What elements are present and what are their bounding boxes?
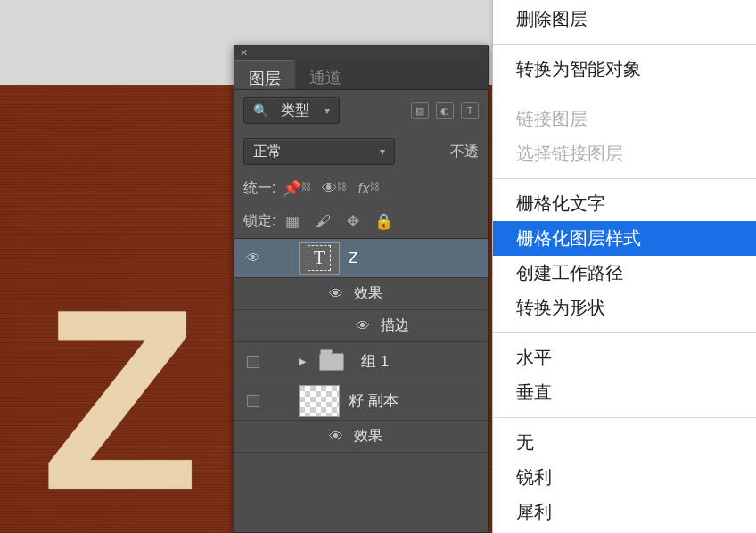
lock-paint-icon[interactable]: 🖌 — [313, 213, 333, 231]
layer-row-effects[interactable]: 👁 效果 — [234, 278, 488, 310]
menu-item[interactable]: 浑厚 — [493, 529, 756, 533]
layer-name: 效果 — [354, 427, 382, 446]
filter-type-icon[interactable]: T — [461, 102, 479, 119]
blend-mode-select[interactable]: 正常 ▾ — [243, 138, 395, 165]
menu-item[interactable]: 锐利 — [493, 460, 756, 495]
layers-panel: ✕ 图层 通道 🔍 类型 ▾ ▧ ◐ T 正常 ▾ 不透 统一: 📌⛓ 👁⛓ f… — [234, 45, 489, 533]
layer-thumb-text[interactable]: T — [299, 242, 340, 275]
unify-position-icon[interactable]: 📌⛓ — [283, 179, 311, 198]
menu-item[interactable]: 垂直 — [493, 375, 756, 410]
lock-label: 锁定: — [243, 212, 275, 231]
filter-adjust-icon[interactable]: ◐ — [436, 102, 454, 119]
menu-separator — [493, 94, 756, 94]
menu-item[interactable]: 转换为智能对象 — [493, 52, 756, 86]
menu-separator — [493, 332, 756, 333]
layer-name: 效果 — [354, 284, 382, 303]
folder-icon — [319, 353, 344, 371]
menu-item[interactable]: 栅格化文字 — [493, 186, 756, 221]
layer-row-raster[interactable]: 籽 副本 — [234, 381, 488, 421]
visibility-eye-icon[interactable]: 👁 — [329, 286, 343, 302]
layer-row-text[interactable]: 👁 T Z — [234, 239, 488, 278]
menu-item[interactable]: 转换为形状 — [493, 291, 756, 325]
panel-topbar: ✕ — [234, 45, 488, 60]
menu-item[interactable]: 水平 — [493, 340, 756, 375]
context-menu: 删除图层转换为智能对象链接图层选择链接图层栅格化文字栅格化图层样式创建工作路径转… — [492, 0, 756, 533]
tab-channels[interactable]: 通道 — [295, 60, 356, 89]
menu-item: 链接图层 — [493, 102, 756, 136]
layer-row-effects[interactable]: 👁 效果 — [234, 421, 488, 453]
layer-name: 组 1 — [361, 351, 389, 372]
layer-thumb-folder[interactable] — [311, 346, 352, 378]
lock-position-icon[interactable]: ✥ — [343, 212, 363, 231]
layer-row-group[interactable]: ▶ 组 1 — [234, 342, 488, 381]
unify-row: 统一: 📌⛓ 👁⛓ fx⛓ — [234, 172, 488, 205]
menu-separator — [493, 44, 756, 45]
menu-item[interactable]: 栅格化图层样式 — [493, 221, 756, 256]
menu-item[interactable]: 犀利 — [493, 495, 756, 529]
layers-list: 👁 T Z 👁 效果 👁 描边 ▶ 组 1 — [234, 238, 488, 453]
unify-label: 统一: — [243, 179, 275, 198]
layer-thumb-raster[interactable] — [299, 385, 340, 417]
menu-item[interactable]: 删除图层 — [493, 2, 756, 37]
unify-visibility-icon[interactable]: 👁⛓ — [322, 180, 347, 198]
layer-row-effect[interactable]: 👁 描边 — [234, 310, 488, 342]
filter-type-select[interactable]: 🔍 类型 ▾ — [243, 97, 340, 124]
unify-style-icon[interactable]: fx⛓ — [357, 180, 379, 198]
lock-all-icon[interactable]: 🔒 — [374, 212, 393, 231]
menu-item: 选择链接图层 — [493, 136, 756, 171]
lock-row: 锁定: ▦ 🖌 ✥ 🔒 — [234, 205, 488, 238]
menu-separator — [493, 417, 756, 418]
menu-item[interactable]: 创建工作路径 — [493, 256, 756, 291]
lock-transparency-icon[interactable]: ▦ — [283, 212, 302, 231]
chevron-down-icon: ▾ — [325, 104, 330, 117]
layer-name: 描边 — [381, 316, 409, 335]
filter-type-label: 类型 — [281, 102, 309, 120]
opacity-label: 不透 — [450, 143, 479, 161]
visibility-eye-icon[interactable]: 👁 — [356, 318, 370, 334]
panel-tabs: 图层 通道 — [234, 60, 488, 90]
visibility-eye-icon[interactable]: 👁 — [246, 250, 260, 266]
disclosure-triangle-icon[interactable]: ▶ — [299, 356, 306, 367]
layer-filter-row: 🔍 类型 ▾ ▧ ◐ T — [234, 90, 488, 131]
menu-item[interactable]: 无 — [493, 425, 756, 460]
layer-name: 籽 副本 — [349, 390, 399, 411]
visibility-checkbox[interactable] — [247, 395, 259, 407]
menu-separator — [493, 178, 756, 179]
blend-mode-value: 正常 — [253, 143, 282, 161]
layer-name: Z — [349, 250, 357, 267]
search-icon: 🔍 — [253, 103, 268, 118]
filter-pixel-icon[interactable]: ▧ — [411, 102, 429, 119]
visibility-eye-icon[interactable]: 👁 — [329, 429, 343, 445]
canvas-text-z: Z — [41, 297, 205, 514]
close-icon[interactable]: ✕ — [240, 47, 248, 59]
filter-mode-icons: ▧ ◐ T — [411, 102, 479, 119]
chevron-down-icon: ▾ — [380, 145, 385, 158]
tab-layers[interactable]: 图层 — [234, 60, 295, 89]
blend-row: 正常 ▾ 不透 — [234, 131, 488, 172]
visibility-checkbox[interactable] — [247, 356, 259, 368]
